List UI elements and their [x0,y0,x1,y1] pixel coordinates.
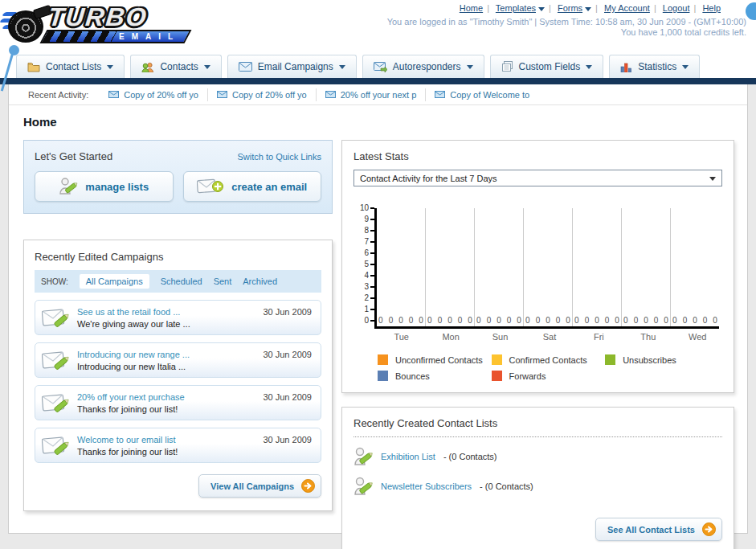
campaign-subtitle: Thanks for joining our list! [77,447,250,457]
legend-item: Confirmed Contacts [492,354,606,365]
campaign-date: 30 Jun 2009 [263,350,312,359]
recent-activity-item[interactable]: Copy of Welcome to [425,88,538,101]
tab-custom-fields[interactable]: Custom Fields [490,55,604,78]
manage-lists-button[interactable]: manage lists [35,171,174,202]
arrow-circle-icon [301,479,315,493]
campaign-date: 30 Jun 2009 [263,307,312,317]
envelope-edit-icon [42,391,71,414]
contact-list-count: - (0 Contacts) [443,452,497,461]
nav-logout-link[interactable]: Logout [663,3,690,13]
legend-swatch [492,354,502,365]
content-container: Recent Activity: Copy of 20% off yo Copy… [8,84,748,534]
contact-list-link[interactable]: Exhibition List [381,452,435,461]
filter-archived[interactable]: Archived [243,277,277,286]
tab-contacts[interactable]: Contacts [130,55,221,78]
envelope-arrow-icon [374,62,387,72]
campaign-date: 30 Jun 2009 [263,435,312,445]
envelope-icon [435,91,445,98]
envelope-icon [217,91,227,98]
campaign-card[interactable]: Introducing our new range ... Introducin… [35,342,321,378]
envelope-edit-icon [42,306,71,329]
recent-activity-item[interactable]: Copy of 20% off yo [100,88,207,101]
chevron-down-icon [586,65,592,69]
campaign-card[interactable]: Welcome to our email list Thanks for joi… [35,428,321,463]
turbo-email-logo: TURBO EMAIL [6,2,207,47]
get-started-panel: Let's Get Started Switch to Quick Links … [23,140,333,214]
tab-statistics[interactable]: Statistics [609,55,700,78]
nav-home-link[interactable]: Home [460,3,483,13]
campaign-card[interactable]: See us at the retail food ... We're givi… [35,300,321,335]
recent-campaigns-panel: Recently Edited Campaigns SHOW: All Camp… [23,240,333,511]
legend-swatch [492,371,502,381]
chevron-down-icon [339,65,345,69]
tab-contact-lists[interactable]: Contact Lists [16,55,125,78]
legend-item: Forwards [492,371,606,381]
person-edit-icon [353,476,373,497]
latest-stats-panel: Latest Stats Contact Activity for the La… [341,140,734,393]
campaign-title-link[interactable]: 20% off your next purchase [77,392,250,402]
bar-chart-icon [620,62,632,72]
legend-swatch [378,371,388,381]
legend-item: Unconfirmed Contacts [378,354,492,365]
recent-activity-item[interactable]: Copy of 20% off yo [207,88,316,101]
filter-sent[interactable]: Sent [214,277,232,286]
contact-list-item: Exhibition List - (0 Contacts) [353,446,722,467]
contact-list-count: - (0 Contacts) [480,481,533,491]
chart-legend: Unconfirmed Contacts Confirmed Contacts … [378,354,722,381]
switch-quick-links[interactable]: Switch to Quick Links [237,152,321,162]
envelope-icon [239,62,252,72]
envelope-icon [325,91,336,98]
view-all-campaigns-button[interactable]: View All Campaigns [198,474,321,498]
top-nav: Home| Templates| Forms| My Account| Logo… [460,3,721,13]
logo-text-turbo: TURBO [47,2,149,32]
recent-contact-lists-title: Recently Created Contact Lists [353,417,722,429]
decorative-circle [746,2,756,20]
legend-item: Bounces [378,371,492,381]
logo-stripes [43,31,117,42]
campaign-subtitle: Introducing our new Italia ... [77,362,250,371]
recent-contact-lists-panel: Recently Created Contact Lists Exhibitio… [341,407,734,549]
chevron-down-icon [467,65,473,69]
chevron-down-icon [538,7,545,11]
tab-autoresponders[interactable]: Autoresponders [362,55,484,78]
main-tab-bar: Contact Lists Contacts Email Campaigns A… [0,53,756,78]
dotted-divider [353,436,722,437]
legend-swatch [378,354,388,365]
see-all-contact-lists-button[interactable]: See All Contact Lists [595,518,722,541]
person-edit-icon [59,177,78,196]
stats-period-dropdown[interactable]: Contact Activity for the Last 7 Days [353,170,722,186]
contact-activity-chart: 109876543210 000000000000000000000000000… [353,204,722,329]
nav-forms-link[interactable]: Forms [558,3,582,13]
login-info: You are logged in as "Timothy Smith" | S… [387,17,746,27]
logo-text-email: EMAIL [119,32,180,41]
page-title: Home [23,115,734,129]
show-label: SHOW: [41,277,68,286]
logo-email-bar: EMAIL [39,30,191,43]
chart-plot-area: 00000000000000000000000000000000000 [374,208,719,329]
campaign-title-link[interactable]: Welcome to our email list [77,435,250,445]
navy-divider-bar [0,78,756,84]
filter-scheduled[interactable]: Scheduled [161,277,202,286]
nav-templates-link[interactable]: Templates [496,3,536,13]
chevron-down-icon [204,65,210,69]
recent-activity-item[interactable]: 20% off your next p [316,88,426,101]
arrow-circle-icon [702,522,716,536]
header: TURBO EMAIL Home| Templates| Forms| My A… [0,0,756,53]
envelope-plus-icon [197,178,224,195]
create-email-button[interactable]: create an email [183,171,322,202]
nav-my-account-link[interactable]: My Account [604,3,650,13]
legend-swatch [605,354,615,365]
chart-y-axis: 109876543210 [353,204,374,325]
chevron-down-icon [709,177,716,181]
get-started-title: Let's Get Started [35,150,112,162]
contact-list-link[interactable]: Newsletter Subscribers [381,481,472,491]
campaign-filter-bar: SHOW: All Campaigns Scheduled Sent Archi… [35,270,321,293]
nav-help-link[interactable]: Help [702,3,721,13]
campaign-title-link[interactable]: Introducing our new range ... [77,350,250,359]
campaign-date: 30 Jun 2009 [263,392,312,402]
envelope-edit-icon [42,349,71,371]
campaign-card[interactable]: 20% off your next purchase Thanks for jo… [35,385,321,420]
campaign-title-link[interactable]: See us at the retail food ... [77,307,250,317]
filter-all-campaigns[interactable]: All Campaigns [80,274,149,289]
tab-email-campaigns[interactable]: Email Campaigns [227,55,357,78]
